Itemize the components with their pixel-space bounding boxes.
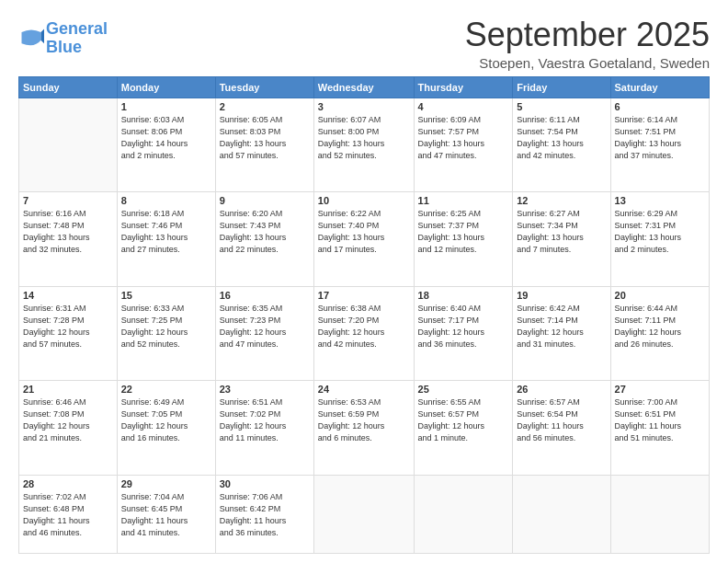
day-info: Sunrise: 6:33 AM Sunset: 7:25 PM Dayligh… [121,303,211,350]
logo-icon [18,26,44,52]
day-info: Sunrise: 6:40 AM Sunset: 7:17 PM Dayligh… [418,303,509,350]
day-number: 21 [23,384,113,395]
calendar-cell [19,98,118,192]
calendar-cell: 27Sunrise: 7:00 AM Sunset: 6:51 PM Dayli… [610,381,709,476]
day-number: 28 [23,478,113,489]
day-header-sunday: Sunday [19,76,118,98]
day-number: 20 [615,290,705,301]
title-block: September 2025 Stoepen, Vaestra Goetalan… [465,17,710,71]
day-info: Sunrise: 6:51 AM Sunset: 7:02 PM Dayligh… [220,396,310,444]
day-info: Sunrise: 6:57 AM Sunset: 6:54 PM Dayligh… [517,396,606,444]
day-info: Sunrise: 6:14 AM Sunset: 7:51 PM Dayligh… [615,114,705,162]
day-number: 16 [220,290,310,301]
day-number: 8 [121,195,211,206]
calendar-cell: 24Sunrise: 6:53 AM Sunset: 6:59 PM Dayli… [313,381,414,476]
day-header-friday: Friday [513,76,610,98]
logo-name: General Blue [46,20,108,57]
day-info: Sunrise: 6:03 AM Sunset: 8:06 PM Dayligh… [121,114,211,162]
calendar-cell: 4Sunrise: 6:09 AM Sunset: 7:57 PM Daylig… [414,98,513,192]
day-header-tuesday: Tuesday [215,76,313,98]
day-header-saturday: Saturday [610,76,709,98]
day-number: 24 [318,384,410,395]
day-number: 25 [418,384,509,395]
calendar-week-row: 14Sunrise: 6:31 AM Sunset: 7:28 PM Dayli… [19,286,710,381]
calendar-cell: 20Sunrise: 6:44 AM Sunset: 7:11 PM Dayli… [610,286,709,381]
calendar-cell: 19Sunrise: 6:42 AM Sunset: 7:14 PM Dayli… [513,286,610,381]
day-number: 14 [23,290,113,301]
day-info: Sunrise: 6:53 AM Sunset: 6:59 PM Dayligh… [318,396,410,444]
calendar-cell: 5Sunrise: 6:11 AM Sunset: 7:54 PM Daylig… [513,98,610,192]
day-info: Sunrise: 6:55 AM Sunset: 6:57 PM Dayligh… [418,396,509,444]
calendar-cell: 30Sunrise: 7:06 AM Sunset: 6:42 PM Dayli… [215,475,313,553]
calendar-cell: 28Sunrise: 7:02 AM Sunset: 6:48 PM Dayli… [19,475,118,553]
day-info: Sunrise: 7:04 AM Sunset: 6:45 PM Dayligh… [121,491,211,539]
calendar-week-row: 28Sunrise: 7:02 AM Sunset: 6:48 PM Dayli… [19,475,710,553]
day-info: Sunrise: 7:06 AM Sunset: 6:42 PM Dayligh… [220,491,310,539]
day-header-thursday: Thursday [414,76,513,98]
day-number: 23 [220,384,310,395]
calendar-cell: 2Sunrise: 6:05 AM Sunset: 8:03 PM Daylig… [215,98,313,192]
day-info: Sunrise: 6:42 AM Sunset: 7:14 PM Dayligh… [517,303,606,350]
day-number: 13 [615,195,705,206]
calendar-header-row: SundayMondayTuesdayWednesdayThursdayFrid… [19,76,710,98]
calendar-week-row: 21Sunrise: 6:46 AM Sunset: 7:08 PM Dayli… [19,381,710,476]
day-number: 19 [517,290,606,301]
calendar-cell: 7Sunrise: 6:16 AM Sunset: 7:48 PM Daylig… [19,192,118,287]
day-number: 27 [615,384,705,395]
day-info: Sunrise: 6:35 AM Sunset: 7:23 PM Dayligh… [220,303,310,350]
day-number: 1 [121,101,211,112]
calendar-cell: 9Sunrise: 6:20 AM Sunset: 7:43 PM Daylig… [215,192,313,287]
day-info: Sunrise: 6:22 AM Sunset: 7:40 PM Dayligh… [318,208,410,256]
day-number: 12 [517,195,606,206]
calendar-cell: 1Sunrise: 6:03 AM Sunset: 8:06 PM Daylig… [117,98,215,192]
calendar-cell [414,475,513,553]
calendar-cell: 23Sunrise: 6:51 AM Sunset: 7:02 PM Dayli… [215,381,313,476]
calendar-week-row: 1Sunrise: 6:03 AM Sunset: 8:06 PM Daylig… [19,98,710,192]
day-number: 5 [517,101,606,112]
day-info: Sunrise: 6:46 AM Sunset: 7:08 PM Dayligh… [23,396,113,444]
day-info: Sunrise: 6:31 AM Sunset: 7:28 PM Dayligh… [23,303,113,350]
calendar-cell: 14Sunrise: 6:31 AM Sunset: 7:28 PM Dayli… [19,286,118,381]
day-info: Sunrise: 6:49 AM Sunset: 7:05 PM Dayligh… [121,396,211,444]
calendar-cell: 11Sunrise: 6:25 AM Sunset: 7:37 PM Dayli… [414,192,513,287]
day-number: 29 [121,478,211,489]
day-info: Sunrise: 6:18 AM Sunset: 7:46 PM Dayligh… [121,208,211,256]
day-number: 7 [23,195,113,206]
calendar-cell: 22Sunrise: 6:49 AM Sunset: 7:05 PM Dayli… [117,381,215,476]
calendar-cell: 10Sunrise: 6:22 AM Sunset: 7:40 PM Dayli… [313,192,414,287]
page: General Blue September 2025 Stoepen, Vae… [0,0,728,563]
day-info: Sunrise: 6:05 AM Sunset: 8:03 PM Dayligh… [220,114,310,162]
logo: General Blue [18,20,108,57]
day-number: 26 [517,384,606,395]
calendar-cell: 12Sunrise: 6:27 AM Sunset: 7:34 PM Dayli… [513,192,610,287]
day-header-wednesday: Wednesday [313,76,414,98]
calendar-table: SundayMondayTuesdayWednesdayThursdayFrid… [18,76,710,554]
day-info: Sunrise: 7:00 AM Sunset: 6:51 PM Dayligh… [615,396,705,444]
day-number: 2 [220,101,310,112]
header: General Blue September 2025 Stoepen, Vae… [18,17,710,71]
day-number: 4 [418,101,509,112]
day-info: Sunrise: 6:09 AM Sunset: 7:57 PM Dayligh… [418,114,509,162]
calendar-cell: 18Sunrise: 6:40 AM Sunset: 7:17 PM Dayli… [414,286,513,381]
day-number: 18 [418,290,509,301]
day-info: Sunrise: 6:07 AM Sunset: 8:00 PM Dayligh… [318,114,410,162]
day-info: Sunrise: 6:44 AM Sunset: 7:11 PM Dayligh… [615,303,705,350]
day-info: Sunrise: 6:11 AM Sunset: 7:54 PM Dayligh… [517,114,606,162]
day-info: Sunrise: 7:02 AM Sunset: 6:48 PM Dayligh… [23,491,113,539]
day-info: Sunrise: 6:20 AM Sunset: 7:43 PM Dayligh… [220,208,310,256]
calendar-cell [513,475,610,553]
day-number: 30 [220,478,310,489]
day-info: Sunrise: 6:25 AM Sunset: 7:37 PM Dayligh… [418,208,509,256]
day-number: 15 [121,290,211,301]
day-number: 22 [121,384,211,395]
calendar-cell: 29Sunrise: 7:04 AM Sunset: 6:45 PM Dayli… [117,475,215,553]
calendar-cell: 13Sunrise: 6:29 AM Sunset: 7:31 PM Dayli… [610,192,709,287]
calendar-cell: 16Sunrise: 6:35 AM Sunset: 7:23 PM Dayli… [215,286,313,381]
location: Stoepen, Vaestra Goetaland, Sweden [465,55,710,71]
calendar-cell: 15Sunrise: 6:33 AM Sunset: 7:25 PM Dayli… [117,286,215,381]
day-info: Sunrise: 6:29 AM Sunset: 7:31 PM Dayligh… [615,208,705,256]
month-title: September 2025 [465,17,710,53]
day-number: 3 [318,101,410,112]
calendar-cell: 25Sunrise: 6:55 AM Sunset: 6:57 PM Dayli… [414,381,513,476]
calendar-cell: 26Sunrise: 6:57 AM Sunset: 6:54 PM Dayli… [513,381,610,476]
